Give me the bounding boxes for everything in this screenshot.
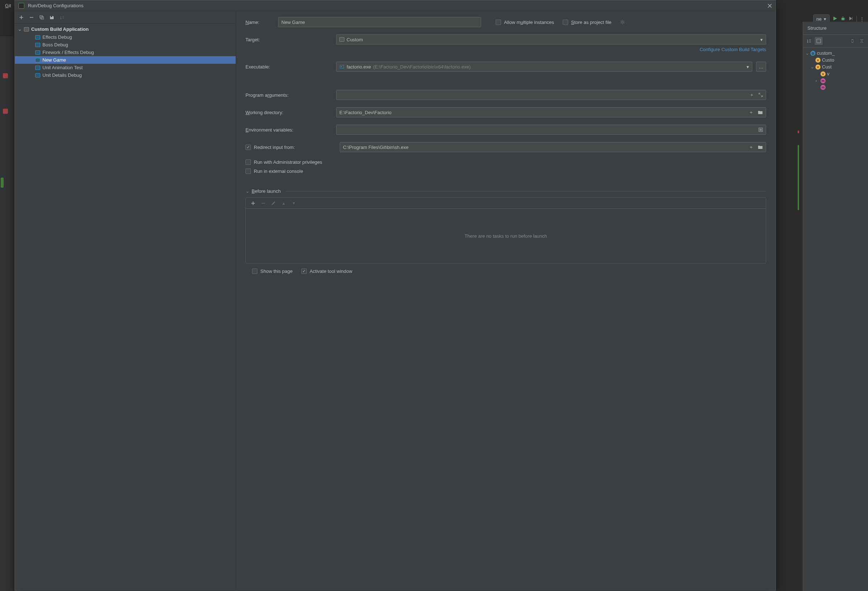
admin-label: Run with Administrator privileges	[254, 159, 322, 165]
chevron-right-icon[interactable]: ›	[815, 78, 819, 83]
add-config-icon[interactable]	[18, 14, 25, 21]
method-icon: m	[821, 78, 825, 83]
folder-icon[interactable]	[758, 110, 763, 115]
redir-input[interactable]	[343, 144, 744, 150]
config-item[interactable]: Firework / Effects Debug	[15, 49, 236, 56]
config-item[interactable]: Unit Animation Test	[15, 64, 236, 71]
svg-point-5	[622, 21, 624, 23]
checkbox-icon	[301, 268, 307, 274]
config-group[interactable]: ⌄ Custom Build Application	[15, 25, 236, 33]
add-task-icon[interactable]	[249, 200, 257, 207]
breakpoint-marker[interactable]	[3, 109, 8, 114]
insert-macro-icon[interactable]: ＋	[750, 92, 754, 98]
more-icon[interactable]: ⋮	[860, 16, 864, 22]
target-value: Custom	[347, 37, 363, 43]
exe-icon	[340, 64, 344, 69]
checkbox-icon	[245, 159, 251, 165]
save-temp-config-icon[interactable]	[48, 14, 56, 21]
target-dropdown[interactable]: Custom ▾	[336, 34, 766, 44]
chevron-down-icon: ▾	[824, 16, 826, 22]
config-tree-toolbar	[15, 11, 236, 24]
close-icon[interactable]	[768, 4, 772, 8]
chevron-down-icon[interactable]: ⌄	[810, 64, 814, 69]
insert-macro-icon[interactable]: ＋	[749, 109, 753, 116]
activate-tw-label: Activate tool window	[310, 268, 353, 274]
exe-name: factorio.exe	[347, 64, 371, 69]
executable-dropdown[interactable]: factorio.exe (E:\Factorio_Dev\Factorio\b…	[336, 62, 752, 72]
before-launch-header[interactable]: ⌄ Before launch	[245, 189, 766, 194]
args-field[interactable]: ＋	[336, 90, 766, 100]
sort-alpha-icon[interactable]	[805, 37, 813, 45]
folder-icon[interactable]	[758, 145, 763, 149]
wd-input[interactable]	[340, 110, 744, 115]
method-icon: m	[821, 85, 825, 90]
executable-row: Executable: factorio.exe (E:\Factorio_De…	[245, 62, 766, 72]
variable-icon: v	[815, 57, 821, 63]
variable-icon: v	[815, 65, 821, 69]
chevron-down-icon[interactable]: ▾	[747, 64, 749, 69]
structure-tree[interactable]: ⌄◎custom_ vCusto ⌄vCust vv ›m m	[803, 47, 868, 93]
redir-field[interactable]: ＋	[340, 142, 766, 152]
collapse-all-icon[interactable]	[858, 37, 866, 45]
editor-minimap-scrollbar[interactable]	[796, 36, 801, 576]
list-icon[interactable]	[759, 128, 763, 132]
config-item[interactable]: Unit Details Debug	[15, 71, 236, 79]
executable-label: Executable:	[245, 64, 336, 69]
wd-field[interactable]: ＋	[336, 107, 766, 117]
menu-git[interactable]: Git	[3, 3, 13, 8]
remove-config-icon[interactable]	[28, 14, 35, 21]
sort-visibility-icon[interactable]	[815, 37, 823, 45]
env-label: Environment variables:	[245, 127, 336, 133]
structure-node[interactable]: ⌄vCust	[803, 63, 868, 70]
ext-console-label: Run in external console	[254, 168, 303, 174]
args-input[interactable]	[340, 92, 745, 98]
separator	[286, 191, 766, 191]
structure-node[interactable]: ⌄◎custom_	[803, 50, 868, 56]
allow-multiple-checkbox[interactable]: Allow multiple instances	[496, 19, 554, 25]
env-field[interactable]	[336, 125, 766, 135]
copy-config-icon[interactable]	[38, 14, 45, 21]
vcs-change-marker	[1, 178, 4, 188]
clion-app-icon	[19, 3, 24, 9]
chevron-down-icon[interactable]: ⌄	[245, 189, 249, 194]
chevron-down-icon[interactable]: ⌄	[805, 50, 809, 56]
run-admin-checkbox[interactable]: Run with Administrator privileges	[245, 159, 322, 165]
structure-node[interactable]: vCusto	[803, 56, 868, 63]
args-label: Program arguments:	[245, 92, 336, 98]
config-item[interactable]: Effects Debug	[15, 33, 236, 41]
config-item-selected[interactable]: New Game	[15, 56, 236, 64]
insert-macro-icon[interactable]: ＋	[749, 144, 753, 150]
run-debug-config-dialog: Run/Debug Configurations ⌄ Custom Build …	[15, 0, 776, 591]
config-icon	[35, 50, 40, 55]
store-as-file-checkbox[interactable]: Store as project file	[563, 19, 611, 25]
structure-node[interactable]: m	[803, 84, 868, 91]
target-icon: ◎	[810, 51, 815, 56]
structure-node[interactable]: ›m	[803, 77, 868, 84]
args-row: Program arguments: ＋	[245, 90, 766, 100]
gear-icon[interactable]	[620, 19, 625, 25]
run-config-name-trunc: ne	[816, 16, 822, 22]
name-field[interactable]	[278, 17, 481, 27]
expand-field-icon[interactable]	[759, 93, 763, 97]
config-icon	[35, 73, 40, 78]
config-tree[interactable]: ⌄ Custom Build Application Effects Debug…	[15, 24, 236, 590]
chevron-down-icon[interactable]: ▾	[760, 37, 763, 43]
wd-row: Working directory: ＋	[245, 107, 766, 117]
configure-targets-link[interactable]: Configure Custom Build Targets	[700, 47, 766, 52]
run-with-coverage-icon[interactable]	[849, 16, 853, 22]
redirect-input-checkbox[interactable]: Redirect input from:	[245, 144, 340, 150]
breakpoint-marker[interactable]	[3, 73, 8, 78]
expand-all-icon[interactable]	[849, 37, 856, 45]
structure-node[interactable]: vv	[803, 70, 868, 77]
activate-tool-window-checkbox[interactable]: Activate tool window	[301, 268, 353, 274]
config-item[interactable]: Boss Debug	[15, 41, 236, 49]
show-page-checkbox[interactable]: Show this page	[252, 268, 292, 274]
name-input[interactable]	[281, 19, 478, 25]
move-down-icon: ▾	[290, 200, 297, 207]
run-ext-console-checkbox[interactable]: Run in external console	[245, 168, 303, 174]
browse-exe-button[interactable]: …	[756, 62, 766, 72]
chevron-down-icon[interactable]: ⌄	[18, 27, 22, 32]
run-icon[interactable]	[833, 16, 837, 22]
debug-icon[interactable]	[840, 16, 846, 22]
env-input[interactable]	[340, 127, 754, 133]
